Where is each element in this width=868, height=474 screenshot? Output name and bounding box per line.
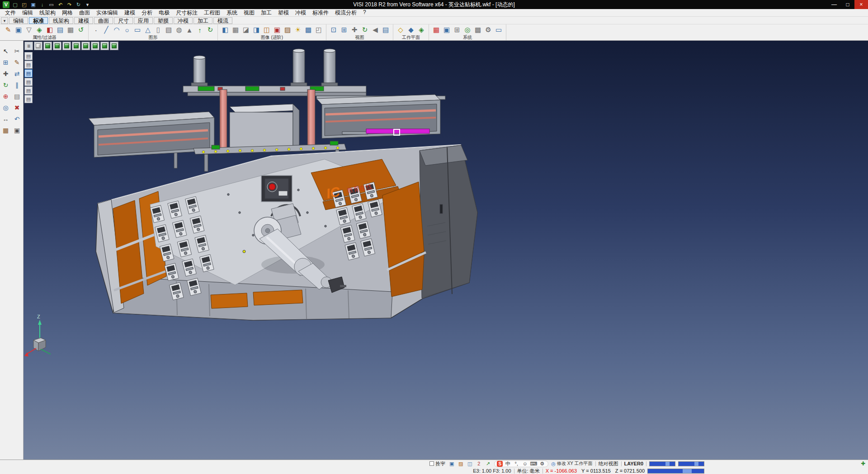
view-right-icon[interactable] — [62, 42, 71, 50]
workplane-align-icon[interactable]: ◆ — [406, 25, 416, 35]
offset-icon[interactable]: ∥ — [12, 80, 22, 90]
menu-drafting[interactable]: 工程图 — [201, 9, 223, 17]
line-icon[interactable]: ╱ — [101, 25, 111, 35]
options-icon[interactable]: ⚙ — [483, 25, 493, 35]
menu-molding[interactable]: 塑模 — [275, 9, 292, 17]
notes-icon[interactable]: ▤ — [12, 91, 22, 101]
ime-keyboard-icon[interactable]: ⌨ — [530, 460, 537, 467]
image-icon[interactable]: ▨ — [457, 460, 464, 467]
section-icon[interactable]: ◫ — [262, 25, 272, 35]
shaded-mode-icon[interactable]: ◧ — [220, 25, 230, 35]
menu-stamping[interactable]: 冲模 — [292, 9, 309, 17]
zoom-window-icon[interactable]: ⊞ — [339, 25, 349, 35]
match-properties-icon[interactable]: ▣ — [14, 25, 24, 35]
previous-view-icon[interactable]: ◀ — [370, 25, 380, 35]
menu-help[interactable]: ? — [360, 9, 369, 17]
move-icon[interactable]: ✚ — [1, 69, 11, 79]
view-left-icon[interactable] — [72, 42, 80, 50]
menu-analysis[interactable]: 分析 — [138, 9, 156, 17]
cone-icon[interactable]: ▲ — [184, 25, 194, 35]
light-icon[interactable]: ☀ — [293, 25, 303, 35]
clipboard-slot-5-icon[interactable]: ▤ — [24, 86, 33, 95]
tab-edit[interactable]: 编辑 — [9, 17, 28, 24]
box-icon[interactable]: ▧ — [164, 25, 174, 35]
tab-molding[interactable]: 塑膜 — [154, 17, 173, 24]
menu-solid-edit[interactable]: 实体编辑 — [93, 9, 121, 17]
print-icon[interactable]: ▭ — [47, 1, 55, 9]
redo-icon[interactable]: ↷ — [66, 1, 73, 9]
erase-icon[interactable]: ✖ — [12, 103, 22, 113]
rectangle-icon[interactable]: ▭ — [132, 25, 142, 35]
snapshot-icon[interactable]: ◰ — [314, 25, 324, 35]
view-bottom-icon[interactable] — [91, 42, 99, 50]
circle-tool-icon[interactable]: ◎ — [1, 103, 11, 113]
palette-icon[interactable]: ▦ — [1, 125, 11, 135]
menu-surface[interactable]: 曲面 — [76, 9, 93, 17]
ime-punctuation-icon[interactable]: °, — [513, 460, 520, 467]
view-shaded-cube-icon[interactable] — [34, 42, 42, 50]
machine-3d-model[interactable]: IC 教育在线 Z — [24, 41, 868, 460]
reset-filter-icon[interactable]: ↺ — [76, 25, 86, 35]
view-list-icon[interactable]: ≡ — [24, 42, 33, 50]
menu-standard-parts[interactable]: 标准件 — [309, 9, 332, 17]
view-back-icon[interactable] — [81, 42, 90, 50]
app-logo-icon[interactable]: V — [3, 1, 9, 8]
tab-mold-flow[interactable]: 模流 — [213, 17, 232, 24]
clipboard-slot-3-icon[interactable]: ▤ — [24, 69, 33, 77]
view-manager-icon[interactable]: ▤ — [381, 25, 391, 35]
minimize-button[interactable]: — — [827, 0, 841, 9]
select-arrow-icon[interactable]: ↖ — [1, 46, 11, 56]
tab-standard[interactable]: 标准 — [29, 17, 48, 24]
capture-icon[interactable]: ▣ — [448, 460, 455, 467]
copy-icon[interactable]: ▣ — [12, 125, 22, 135]
ucs-axes-icon[interactable]: ⊕ — [1, 91, 11, 101]
menu-edit[interactable]: 编辑 — [19, 9, 36, 17]
maximize-button[interactable]: □ — [841, 0, 854, 9]
layer-indicator[interactable]: LAYER0 — [624, 461, 643, 466]
measure-icon[interactable]: ↔ — [1, 114, 11, 124]
sphere-icon[interactable]: ◍ — [174, 25, 184, 35]
view-top-icon[interactable] — [43, 42, 52, 50]
texture-icon[interactable]: ▨ — [283, 25, 292, 35]
color-filter-icon[interactable]: ◧ — [45, 25, 55, 35]
calculator-icon[interactable]: ⊞ — [452, 25, 462, 35]
menu-view[interactable]: 视图 — [241, 9, 258, 17]
pan-icon[interactable]: ✚ — [349, 25, 359, 35]
refresh-icon[interactable]: ↻ — [75, 1, 82, 9]
rotate-view-icon[interactable]: ↻ — [360, 25, 370, 35]
zoom-fit-icon[interactable]: ⊡ — [329, 25, 339, 35]
status-indicator-icon[interactable]: ✚ — [860, 460, 866, 467]
clipboard-slot-6-icon[interactable]: ▤ — [24, 95, 33, 103]
view-isometric-icon[interactable] — [100, 42, 109, 50]
grid-settings-icon[interactable]: ▩ — [473, 25, 483, 35]
tab-dropdown-button[interactable]: ▾ — [1, 17, 8, 24]
trim-scissors-icon[interactable]: ✂ — [12, 46, 22, 56]
sogou-logo-icon[interactable]: S — [497, 461, 503, 467]
mask-filter-icon[interactable]: ▦ — [66, 25, 75, 35]
gallery-icon[interactable]: ◫ — [466, 460, 473, 467]
qat-dropdown-icon[interactable]: ▾ — [84, 1, 91, 9]
save-file-icon[interactable]: ▣ — [29, 1, 37, 9]
hidden-line-icon[interactable]: ◪ — [241, 25, 251, 35]
menu-system[interactable]: 系统 — [223, 9, 241, 17]
tab-surface[interactable]: 曲面 — [94, 17, 113, 24]
menu-flow-analysis[interactable]: 模流分析 — [332, 9, 360, 17]
tab-modeling[interactable]: 建模 — [74, 17, 93, 24]
menu-wireframe[interactable]: 线架构 — [36, 9, 59, 17]
menu-dimensioning[interactable]: 尺寸标注 — [173, 9, 201, 17]
polyline-icon[interactable]: △ — [143, 25, 153, 35]
transparency-icon[interactable]: ◨ — [251, 25, 261, 35]
extrude-icon[interactable]: ↑ — [195, 25, 205, 35]
revolve-icon[interactable]: ↻ — [205, 25, 215, 35]
menu-mesh[interactable]: 网格 — [59, 9, 76, 17]
view-front-icon[interactable] — [53, 42, 61, 50]
tab-stamping[interactable]: 冲模 — [174, 17, 193, 24]
close-button[interactable]: × — [854, 0, 868, 9]
open-file-icon[interactable]: ◰ — [20, 1, 28, 9]
view-axonometric-icon[interactable] — [110, 42, 118, 50]
snap-checkbox-icon[interactable] — [429, 461, 434, 466]
wireframe-mode-icon[interactable]: ▦ — [231, 25, 241, 35]
screen-settings-icon[interactable]: ▣ — [442, 25, 452, 35]
workplane-standard-icon[interactable]: ◇ — [396, 25, 406, 35]
tab-application[interactable]: 应用 — [134, 17, 153, 24]
